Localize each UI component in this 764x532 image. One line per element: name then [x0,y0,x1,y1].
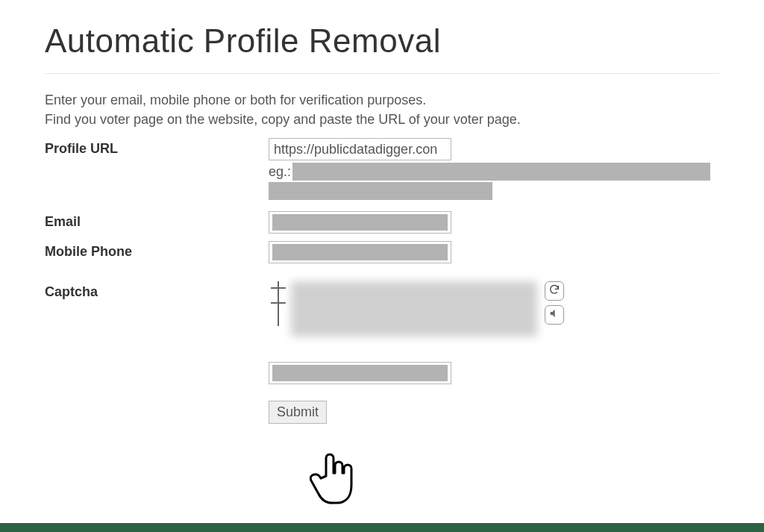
profile-url-input[interactable] [269,138,451,160]
redacted-example-line-2 [269,182,492,200]
captcha-audio-button[interactable] [545,305,564,325]
mobile-phone-label: Mobile Phone [45,241,269,260]
intro-line-2: Find you voter page on the website, copy… [45,112,521,127]
captcha-image [291,281,537,337]
redacted-value [272,244,448,260]
profile-url-label: Profile URL [45,138,269,157]
divider [45,73,719,74]
captcha-axis-icon [269,281,288,326]
refresh-icon [548,284,560,298]
speaker-icon [548,307,560,322]
captcha-refresh-button[interactable] [545,281,564,301]
redacted-value [272,365,448,381]
submit-button[interactable]: Submit [269,401,327,424]
email-label: Email [45,211,269,230]
redacted-value [272,214,448,231]
intro-line-1: Enter your email, mobile phone or both f… [45,93,426,107]
page-title: Automatic Profile Removal [45,22,719,60]
redacted-example-line-1 [292,163,710,181]
footer-bar [0,523,764,532]
mobile-phone-input[interactable] [269,241,451,263]
profile-url-example: eg.: [269,162,719,201]
example-prefix: eg.: [269,164,291,180]
hand-cursor-icon [310,448,362,515]
captcha-input[interactable] [269,362,451,384]
email-input[interactable] [269,211,451,234]
intro-text: Enter your email, mobile phone or both f… [45,90,719,129]
captcha-label: Captcha [45,281,269,300]
